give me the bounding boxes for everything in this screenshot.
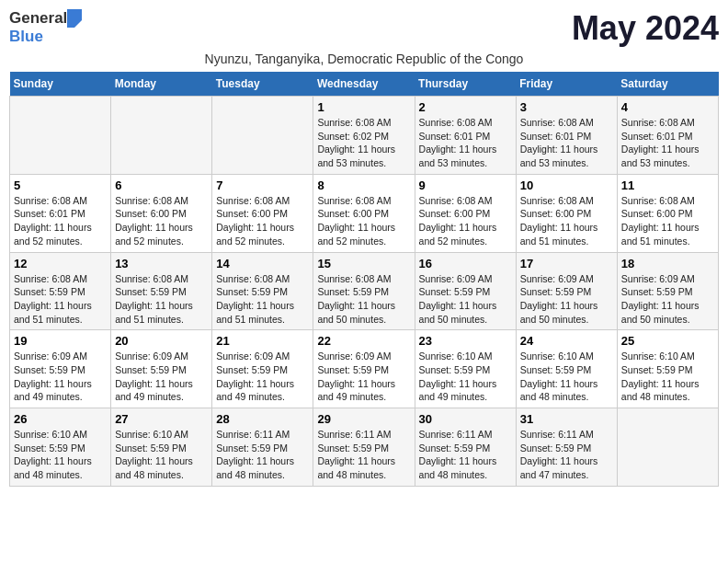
day-number: 14	[216, 257, 309, 270]
calendar-cell: 17Sunrise: 6:09 AMSunset: 5:59 PMDayligh…	[516, 252, 617, 330]
day-number: 25	[621, 334, 714, 348]
day-number: 18	[621, 257, 714, 270]
cell-info: Sunrise: 6:09 AMSunset: 5:59 PMDaylight:…	[14, 350, 107, 404]
calendar-cell: 27Sunrise: 6:10 AMSunset: 5:59 PMDayligh…	[111, 408, 212, 487]
day-number: 12	[14, 257, 107, 270]
day-number: 13	[115, 257, 208, 270]
location-subtitle: Nyunzu, Tanganyika, Democratic Republic …	[9, 52, 719, 66]
calendar-cell: 26Sunrise: 6:10 AMSunset: 5:59 PMDayligh…	[10, 408, 111, 487]
day-number: 6	[115, 178, 208, 192]
day-number: 28	[216, 412, 309, 426]
day-number: 23	[419, 334, 512, 348]
day-number: 21	[216, 334, 309, 348]
day-number: 11	[621, 178, 714, 192]
calendar-cell	[111, 97, 212, 175]
calendar-cell: 10Sunrise: 6:08 AMSunset: 6:00 PMDayligh…	[516, 174, 617, 252]
cell-info: Sunrise: 6:11 AMSunset: 5:59 PMDaylight:…	[216, 428, 309, 482]
calendar-cell	[617, 408, 718, 487]
cell-info: Sunrise: 6:08 AMSunset: 6:00 PMDaylight:…	[419, 194, 512, 248]
logo-icon	[67, 9, 82, 28]
cell-info: Sunrise: 6:11 AMSunset: 5:59 PMDaylight:…	[419, 428, 512, 482]
calendar-table: SundayMondayTuesdayWednesdayThursdayFrid…	[9, 72, 719, 487]
cell-info: Sunrise: 6:08 AMSunset: 6:00 PMDaylight:…	[621, 194, 714, 248]
cell-info: Sunrise: 6:08 AMSunset: 5:59 PMDaylight:…	[14, 272, 107, 327]
cell-info: Sunrise: 6:09 AMSunset: 5:59 PMDaylight:…	[115, 350, 208, 404]
header-row: SundayMondayTuesdayWednesdayThursdayFrid…	[10, 72, 719, 97]
cell-info: Sunrise: 6:09 AMSunset: 5:59 PMDaylight:…	[621, 272, 714, 327]
cell-info: Sunrise: 6:08 AMSunset: 6:01 PMDaylight:…	[419, 116, 512, 170]
calendar-cell: 14Sunrise: 6:08 AMSunset: 5:59 PMDayligh…	[212, 252, 313, 330]
month-title: May 2024	[572, 9, 719, 48]
cell-info: Sunrise: 6:08 AMSunset: 5:59 PMDaylight:…	[317, 272, 410, 327]
calendar-cell: 4Sunrise: 6:08 AMSunset: 6:01 PMDaylight…	[617, 97, 718, 175]
calendar-cell: 9Sunrise: 6:08 AMSunset: 6:00 PMDaylight…	[415, 174, 516, 252]
logo-general: General	[9, 9, 67, 28]
day-number: 29	[317, 412, 410, 426]
calendar-cell: 15Sunrise: 6:08 AMSunset: 5:59 PMDayligh…	[313, 252, 415, 330]
calendar-cell: 1Sunrise: 6:08 AMSunset: 6:02 PMDaylight…	[313, 97, 415, 175]
cell-info: Sunrise: 6:08 AMSunset: 6:00 PMDaylight:…	[317, 194, 410, 248]
week-row-2: 5Sunrise: 6:08 AMSunset: 6:01 PMDaylight…	[10, 174, 719, 252]
calendar-cell: 12Sunrise: 6:08 AMSunset: 5:59 PMDayligh…	[10, 252, 111, 330]
page-header: General Blue May 2024	[9, 9, 719, 48]
calendar-cell: 13Sunrise: 6:08 AMSunset: 5:59 PMDayligh…	[111, 252, 212, 330]
header-cell-monday: Monday	[111, 72, 212, 97]
cell-info: Sunrise: 6:08 AMSunset: 6:00 PMDaylight:…	[216, 194, 309, 248]
cell-info: Sunrise: 6:10 AMSunset: 5:59 PMDaylight:…	[14, 428, 107, 482]
day-number: 8	[317, 178, 410, 192]
week-row-3: 12Sunrise: 6:08 AMSunset: 5:59 PMDayligh…	[10, 252, 719, 330]
calendar-cell: 19Sunrise: 6:09 AMSunset: 5:59 PMDayligh…	[10, 330, 111, 408]
calendar-cell: 7Sunrise: 6:08 AMSunset: 6:00 PMDaylight…	[212, 174, 313, 252]
calendar-cell: 21Sunrise: 6:09 AMSunset: 5:59 PMDayligh…	[212, 330, 313, 408]
calendar-cell: 30Sunrise: 6:11 AMSunset: 5:59 PMDayligh…	[415, 408, 516, 487]
calendar-cell: 3Sunrise: 6:08 AMSunset: 6:01 PMDaylight…	[516, 97, 617, 175]
cell-info: Sunrise: 6:09 AMSunset: 5:59 PMDaylight:…	[216, 350, 309, 404]
header-cell-wednesday: Wednesday	[313, 72, 415, 97]
calendar-cell: 8Sunrise: 6:08 AMSunset: 6:00 PMDaylight…	[313, 174, 415, 252]
logo: General Blue	[9, 9, 82, 46]
header-cell-thursday: Thursday	[415, 72, 516, 97]
day-number: 7	[216, 178, 309, 192]
day-number: 19	[14, 334, 107, 348]
day-number: 24	[520, 334, 613, 348]
day-number: 22	[317, 334, 410, 348]
cell-info: Sunrise: 6:08 AMSunset: 6:00 PMDaylight:…	[115, 194, 208, 248]
day-number: 10	[520, 178, 613, 192]
cell-info: Sunrise: 6:09 AMSunset: 5:59 PMDaylight:…	[520, 272, 613, 327]
day-number: 2	[419, 100, 512, 114]
day-number: 17	[520, 257, 613, 270]
week-row-5: 26Sunrise: 6:10 AMSunset: 5:59 PMDayligh…	[10, 408, 719, 487]
calendar-cell: 20Sunrise: 6:09 AMSunset: 5:59 PMDayligh…	[111, 330, 212, 408]
calendar-cell: 24Sunrise: 6:10 AMSunset: 5:59 PMDayligh…	[516, 330, 617, 408]
cell-info: Sunrise: 6:08 AMSunset: 6:00 PMDaylight:…	[520, 194, 613, 248]
cell-info: Sunrise: 6:10 AMSunset: 5:59 PMDaylight:…	[419, 350, 512, 404]
cell-info: Sunrise: 6:09 AMSunset: 5:59 PMDaylight:…	[419, 272, 512, 327]
cell-info: Sunrise: 6:11 AMSunset: 5:59 PMDaylight:…	[520, 428, 613, 482]
day-number: 1	[317, 100, 410, 114]
calendar-cell: 22Sunrise: 6:09 AMSunset: 5:59 PMDayligh…	[313, 330, 415, 408]
day-number: 16	[419, 257, 512, 270]
header-cell-friday: Friday	[516, 72, 617, 97]
day-number: 26	[14, 412, 107, 426]
cell-info: Sunrise: 6:11 AMSunset: 5:59 PMDaylight:…	[317, 428, 410, 482]
cell-info: Sunrise: 6:08 AMSunset: 6:01 PMDaylight:…	[621, 116, 714, 170]
cell-info: Sunrise: 6:09 AMSunset: 5:59 PMDaylight:…	[317, 350, 410, 404]
calendar-cell: 16Sunrise: 6:09 AMSunset: 5:59 PMDayligh…	[415, 252, 516, 330]
calendar-cell: 29Sunrise: 6:11 AMSunset: 5:59 PMDayligh…	[313, 408, 415, 487]
day-number: 30	[419, 412, 512, 426]
calendar-cell: 23Sunrise: 6:10 AMSunset: 5:59 PMDayligh…	[415, 330, 516, 408]
week-row-4: 19Sunrise: 6:09 AMSunset: 5:59 PMDayligh…	[10, 330, 719, 408]
cell-info: Sunrise: 6:10 AMSunset: 5:59 PMDaylight:…	[621, 350, 714, 404]
calendar-cell: 28Sunrise: 6:11 AMSunset: 5:59 PMDayligh…	[212, 408, 313, 487]
cell-info: Sunrise: 6:08 AMSunset: 6:01 PMDaylight:…	[14, 194, 107, 248]
header-cell-sunday: Sunday	[10, 72, 111, 97]
cell-info: Sunrise: 6:08 AMSunset: 6:01 PMDaylight:…	[520, 116, 613, 170]
day-number: 15	[317, 257, 410, 270]
header-cell-tuesday: Tuesday	[212, 72, 313, 97]
cell-info: Sunrise: 6:10 AMSunset: 5:59 PMDaylight:…	[520, 350, 613, 404]
svg-marker-0	[67, 9, 82, 28]
day-number: 20	[115, 334, 208, 348]
calendar-cell: 2Sunrise: 6:08 AMSunset: 6:01 PMDaylight…	[415, 97, 516, 175]
logo-blue: Blue	[9, 28, 43, 45]
calendar-cell	[212, 97, 313, 175]
